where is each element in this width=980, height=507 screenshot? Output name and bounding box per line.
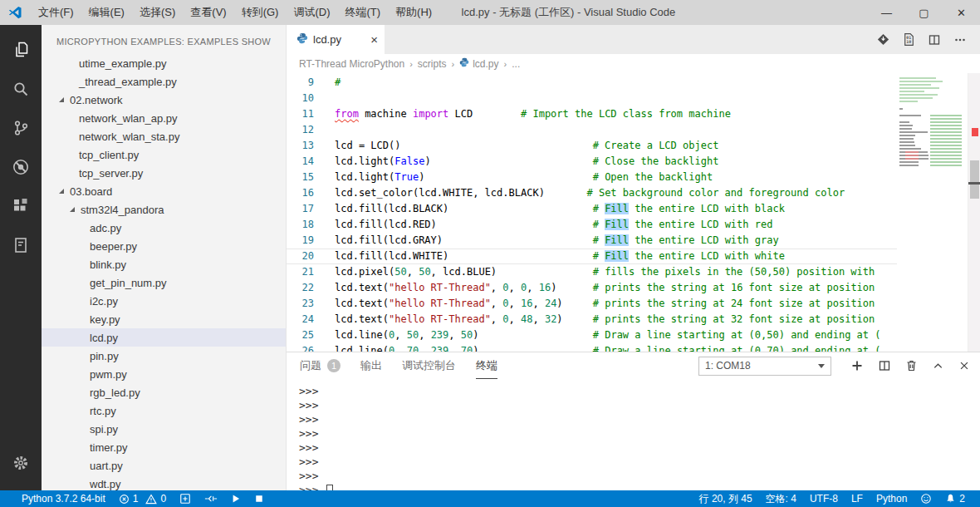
examples-view-icon[interactable]	[0, 225, 42, 264]
split-editor-icon[interactable]	[928, 33, 941, 47]
tree-item-stm32l4-pandora[interactable]: stm32l4_pandora	[42, 200, 286, 219]
tree-item-blink-py[interactable]: blink.py	[42, 255, 286, 273]
code-line-13[interactable]: 13lcd = LCD() # Create a LCD object	[287, 138, 897, 154]
panel-tab-terminal[interactable]: 终端	[476, 352, 497, 379]
maximize-button[interactable]: ▢	[905, 0, 943, 25]
connect-device-button[interactable]	[198, 490, 224, 507]
close-panel-icon[interactable]	[958, 360, 970, 372]
close-tab-icon[interactable]: ×	[370, 33, 378, 46]
tab-label: lcd.py	[313, 33, 341, 46]
editor-scrollbar[interactable]	[968, 73, 980, 352]
code-line-21[interactable]: 21lcd.pixel(50, 50, lcd.BLUE) # fills th…	[287, 264, 897, 280]
extensions-icon[interactable]	[0, 186, 42, 225]
explorer-icon[interactable]	[0, 30, 42, 69]
tree-item-rgb-led-py[interactable]: rgb_led.py	[42, 383, 286, 401]
code-line-15[interactable]: 15lcd.light(True) # Open the backlight	[287, 170, 897, 185]
tree-item-beeper-py[interactable]: beeper.py	[42, 237, 286, 255]
tree-item-03-board[interactable]: 03.board	[42, 182, 286, 200]
menu-selection[interactable]: 选择(S)	[132, 0, 183, 25]
python-version-status[interactable]: Python 3.7.2 64-bit	[15, 490, 112, 507]
code-line-23[interactable]: 23lcd.text("hello RT-Thread", 0, 16, 24)…	[287, 296, 897, 312]
code-line-26[interactable]: 26lcd.line(0, 70, 239, 70) # Draw a line…	[287, 343, 897, 352]
code-line-20[interactable]: 20lcd.fill(lcd.WHITE) # Fill the entire …	[287, 249, 897, 264]
tree-item-lcd-py[interactable]: lcd.py	[42, 328, 286, 347]
more-actions-icon[interactable]	[953, 33, 967, 47]
download-icon[interactable]	[876, 32, 890, 47]
code-line-14[interactable]: 14lcd.light(False) # Close the backlight	[287, 154, 897, 170]
menu-help[interactable]: 帮助(H)	[388, 0, 439, 25]
split-terminal-icon[interactable]	[878, 359, 891, 372]
code-line-9[interactable]: 9#	[287, 75, 897, 91]
code-line-16[interactable]: 16lcd.set_color(lcd.WHITE, lcd.BLACK) # …	[287, 185, 897, 201]
code-line-22[interactable]: 22lcd.text("hello RT-Thread", 0, 0, 16) …	[287, 280, 897, 296]
kill-terminal-icon[interactable]	[905, 359, 918, 372]
tree-item-i2c-py[interactable]: i2c.py	[42, 292, 286, 310]
tree-item-spi-py[interactable]: spi.py	[42, 420, 286, 438]
encoding-status[interactable]: UTF-8	[803, 490, 845, 507]
menu-view[interactable]: 查看(V)	[183, 0, 233, 25]
feedback-smiley-icon[interactable]	[914, 490, 938, 507]
tree-item-pwm-py[interactable]: pwm.py	[42, 365, 286, 383]
tree-item-02-network[interactable]: 02.network	[42, 91, 286, 109]
problems-status[interactable]: 1 0	[112, 490, 173, 507]
notifications-bell[interactable]: 2	[938, 490, 972, 507]
new-terminal-icon[interactable]	[850, 359, 864, 372]
stop-button[interactable]	[247, 490, 271, 507]
tree-item-uart-py[interactable]: uart.py	[42, 456, 286, 475]
scrollbar-thumb[interactable]	[970, 160, 979, 199]
breadcrumb-item-lcd-py[interactable]: lcd.py	[459, 57, 498, 70]
tree-item-thread-example-py[interactable]: _thread_example.py	[42, 72, 286, 91]
tree-item-tcp-client-py[interactable]: tcp_client.py	[42, 145, 286, 164]
code-line-24[interactable]: 24lcd.text("hello RT-Thread", 0, 48, 32)…	[287, 312, 897, 327]
tree-item-network-wlan-ap-py[interactable]: network_wlan_ap.py	[42, 109, 286, 127]
tree-item-get-pin-num-py[interactable]: get_pin_num.py	[42, 273, 286, 292]
code-editor[interactable]: 9#1011from machine import LCD # Import t…	[287, 73, 897, 352]
menu-go[interactable]: 转到(G)	[234, 0, 287, 25]
tree-item-pin-py[interactable]: pin.py	[42, 347, 286, 365]
settings-gear-icon[interactable]	[0, 443, 42, 482]
minimap[interactable]	[897, 73, 968, 352]
terminal-output[interactable]: >>>>>>>>>>>>>>>>>>>>>>>>	[287, 379, 980, 497]
code-line-18[interactable]: 18lcd.fill(lcd.RED) # Fill the entire LC…	[287, 217, 897, 233]
eol-status[interactable]: LF	[845, 490, 870, 507]
code-line-11[interactable]: 11from machine import LCD # Import the L…	[287, 106, 897, 122]
code-line-19[interactable]: 19lcd.fill(lcd.GRAY) # Fill the entire L…	[287, 233, 897, 249]
maximize-panel-icon[interactable]	[932, 360, 944, 372]
tree-item-rtc-py[interactable]: rtc.py	[42, 401, 286, 420]
tree-item-tcp-server-py[interactable]: tcp_server.py	[42, 164, 286, 182]
menu-edit[interactable]: 编辑(E)	[81, 0, 132, 25]
code-line-25[interactable]: 25lcd.line(0, 50, 239, 50) # Draw a line…	[287, 327, 897, 343]
terminal-selector[interactable]: 1: COM18	[698, 357, 831, 376]
panel-tab-problems[interactable]: 问题1	[300, 352, 341, 379]
indentation-status[interactable]: 空格: 4	[759, 490, 803, 507]
tree-item-wdt-py[interactable]: wdt.py	[42, 475, 286, 490]
terminal-prompt-line: >>>	[299, 426, 980, 441]
tree-item-key-py[interactable]: key.py	[42, 310, 286, 328]
code-line-10[interactable]: 10	[287, 91, 897, 106]
breadcrumb-item-[interactable]: ...	[512, 58, 520, 70]
tree-item-utime-example-py[interactable]: utime_example.py	[42, 54, 286, 72]
menu-file[interactable]: 文件(F)	[31, 0, 81, 25]
tree-item-timer-py[interactable]: timer.py	[42, 438, 286, 456]
minimize-button[interactable]: —	[868, 0, 905, 25]
code-line-12[interactable]: 12	[287, 122, 897, 138]
run-button[interactable]	[224, 490, 247, 507]
language-status[interactable]: Python	[870, 490, 914, 507]
binary-file-icon[interactable]: 0110	[903, 32, 915, 47]
code-line-17[interactable]: 17lcd.fill(lcd.BLACK) # Fill the entire …	[287, 201, 897, 217]
menu-debug[interactable]: 调试(D)	[286, 0, 337, 25]
tab-lcd-py[interactable]: lcd.py ×	[287, 25, 385, 54]
panel-tab-debug-console[interactable]: 调试控制台	[402, 352, 456, 379]
menu-terminal[interactable]: 终端(T)	[337, 0, 388, 25]
panel-tab-output[interactable]: 输出	[360, 352, 382, 379]
debug-disabled-icon[interactable]	[0, 147, 42, 186]
close-window-button[interactable]: ✕	[943, 0, 980, 25]
add-project-button[interactable]	[173, 490, 198, 507]
breadcrumb-item-scripts[interactable]: scripts	[418, 58, 447, 70]
breadcrumb-item-rt-thread-micropython[interactable]: RT-Thread MicroPython	[299, 58, 404, 70]
search-icon[interactable]	[0, 69, 42, 108]
source-control-icon[interactable]	[0, 108, 42, 147]
tree-item-network-wlan-sta-py[interactable]: network_wlan_sta.py	[42, 127, 286, 145]
cursor-position-status[interactable]: 行 20, 列 45	[693, 490, 759, 507]
tree-item-adc-py[interactable]: adc.py	[42, 219, 286, 237]
